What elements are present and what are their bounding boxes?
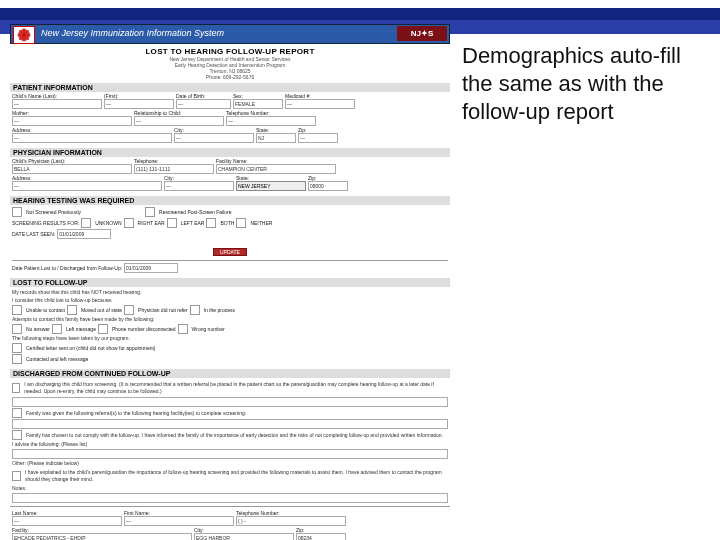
section-required: HEARING TESTING WAS REQUIRED bbox=[10, 196, 450, 205]
phys-zip[interactable]: 08000 bbox=[308, 181, 348, 191]
update-button[interactable]: UPDATE bbox=[213, 248, 247, 256]
patient-zip[interactable]: — bbox=[298, 133, 338, 143]
chk-notscreened[interactable] bbox=[12, 207, 22, 217]
section-physician: PHYSICIAN INFORMATION bbox=[10, 148, 450, 157]
patient-addr[interactable]: — bbox=[12, 133, 172, 143]
date-last-seen[interactable]: 01/01/2009 bbox=[57, 229, 111, 239]
chk-rescreen[interactable] bbox=[145, 207, 155, 217]
phys-fac[interactable]: CHAMPION CENTER bbox=[216, 164, 336, 174]
date-lost[interactable]: 01/01/2009 bbox=[124, 263, 178, 273]
phys-state[interactable]: NEW JERSEY bbox=[236, 181, 306, 191]
patient-first[interactable]: — bbox=[104, 99, 174, 109]
phys-city[interactable]: — bbox=[164, 181, 234, 191]
annotation-text: Demographics auto-fill the same as with … bbox=[462, 42, 702, 126]
app-header: New Jersey Immunization Information Syst… bbox=[10, 24, 450, 44]
patient-last[interactable]: — bbox=[12, 99, 102, 109]
phys-addr[interactable]: — bbox=[12, 181, 162, 191]
report-title: LOST TO HEARING FOLLOW-UP REPORT bbox=[10, 47, 450, 56]
system-title: New Jersey Immunization Information Syst… bbox=[41, 28, 224, 38]
patient-state[interactable]: NJ bbox=[256, 133, 296, 143]
patient-city[interactable]: — bbox=[174, 133, 254, 143]
patient-medicaid[interactable]: — bbox=[285, 99, 355, 109]
patient-phone[interactable]: — bbox=[226, 116, 316, 126]
phys-name[interactable]: BELLA bbox=[12, 164, 132, 174]
header-line4: Phone: 609-292-5676 bbox=[10, 74, 450, 80]
section-discharged: DISCHARGED FROM CONTINUED FOLLOW-UP bbox=[10, 369, 450, 378]
state-seal-icon bbox=[13, 26, 35, 44]
section-lost: LOST TO FOLLOW-UP bbox=[10, 278, 450, 287]
slide-top-accent bbox=[0, 8, 720, 20]
patient-sex[interactable]: FEMALE bbox=[233, 99, 283, 109]
section-patient: PATIENT INFORMATION bbox=[10, 83, 450, 92]
patient-dob[interactable]: — bbox=[176, 99, 231, 109]
phys-phone[interactable]: (111) 111-1111 bbox=[134, 164, 214, 174]
form-screenshot: New Jersey Immunization Information Syst… bbox=[10, 24, 450, 540]
patient-rel[interactable]: — bbox=[134, 116, 224, 126]
patient-mother[interactable]: — bbox=[12, 116, 132, 126]
njiis-badge: NJ✦S bbox=[397, 26, 447, 41]
